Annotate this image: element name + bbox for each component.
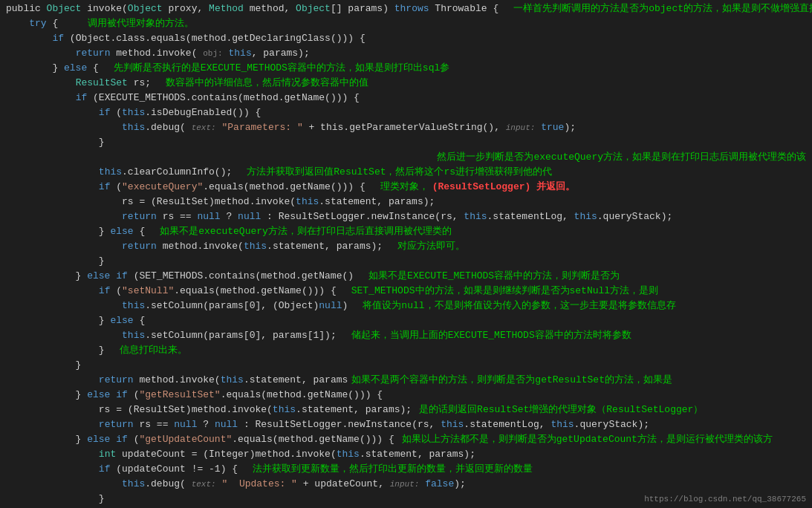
code-line-14: rs = (ResultSet)method.invoke(this.state… <box>0 195 812 209</box>
code-line-18: } <box>0 254 812 269</box>
code-line-11: 然后进一步判断是否为executeQuery方法，如果是则在打印日志后调用被代理… <box>0 150 812 165</box>
csdn-link: https://blog.csdn.net/qq_38677265 <box>644 493 806 506</box>
code-line-10: } <box>0 135 812 150</box>
code-line-26: return method.invoke(this.statement, par… <box>0 373 812 388</box>
code-line-15: return rs == null ? null : ResultSetLogg… <box>0 209 812 224</box>
code-line-8: if (this.isDebugEnabled()) { <box>0 105 812 120</box>
code-line-27: } else if ("getResultSet".equals(method.… <box>0 388 812 403</box>
code-line-28: rs = (ResultSet)method.invoke(this.state… <box>0 403 812 417</box>
code-line-6: ResultSet rs; 数容器中的详细信息，然后情况参数容器中的值 <box>0 76 812 91</box>
code-line-5: } else { 先判断是否执行的是EXECUTE_METHODS容器中的方法，… <box>0 61 812 76</box>
code-line-9: this.debug( text: "Parameters: " + this.… <box>0 120 812 135</box>
code-line-12: this.clearColumnInfo(); 方法并获取到返回值ResultS… <box>0 165 812 180</box>
code-line-25: } <box>0 358 812 373</box>
code-container: public Object invoke(Object proxy, Metho… <box>0 0 812 508</box>
code-line-30: } else if ("getUpdateCount".equals(metho… <box>0 432 812 447</box>
code-line-33: this.debug( text: " Updates: " + updateC… <box>0 477 812 492</box>
code-line-7: if (EXECUTE_METHODS.contains(method.getN… <box>0 91 812 105</box>
code-line-13: if ("executeQuery".equals(method.getName… <box>0 180 812 195</box>
code-line-16: } else { 如果不是executeQuery方法，则在打印日志后直接调用被… <box>0 224 812 239</box>
code-line-23: this.setColumn(params[0], params[1]); 储起… <box>0 328 812 343</box>
code-line-1: public Object invoke(Object proxy, Metho… <box>0 1 812 16</box>
code-line-19: } else if (SET_METHODS.contains(method.g… <box>0 269 812 284</box>
code-line-24: } 信息打印出来。 <box>0 343 812 358</box>
code-line-29: return rs == null ? null : ResultSetLogg… <box>0 417 812 432</box>
code-line-4: return method.invoke( obj: this, params)… <box>0 46 812 61</box>
code-line-17: return method.invoke(this.statement, par… <box>0 239 812 254</box>
code-line-21: this.setColumn(params[0], (Object)null) … <box>0 299 812 313</box>
code-line-32: if (updateCount != -1) { 法并获取到更新数量，然后打印出… <box>0 462 812 477</box>
code-line-31: int updateCount = (Integer)method.invoke… <box>0 447 812 462</box>
code-line-3: if (Object.class.equals(method.getDeclar… <box>0 31 812 46</box>
code-line-20: if ("setNull".equals(method.getName())) … <box>0 284 812 299</box>
code-line-2: try { 调用被代理对象的方法。 <box>0 16 812 31</box>
code-line-22: } else { <box>0 313 812 328</box>
